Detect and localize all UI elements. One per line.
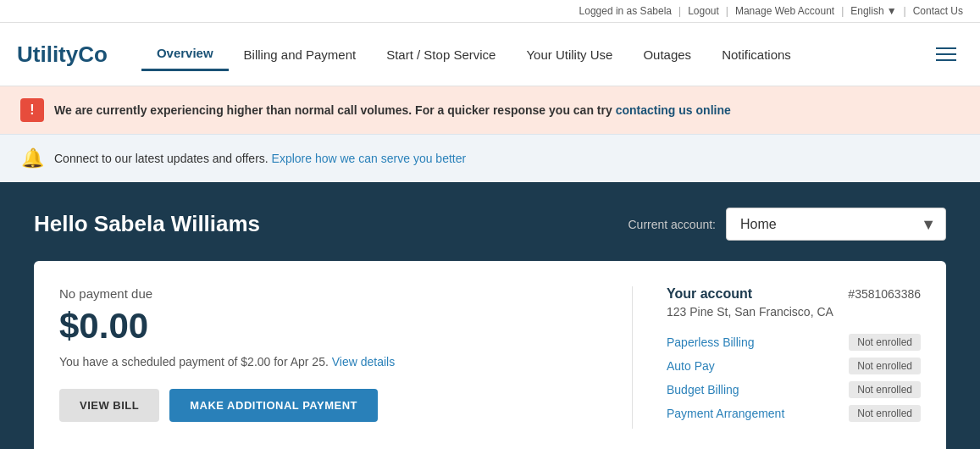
paperless-billing-link[interactable]: Paperless Billing <box>667 335 755 349</box>
hamburger-line-2 <box>936 53 956 55</box>
billing-row-paperless: Paperless Billing Not enrolled <box>667 334 921 351</box>
language-selector[interactable]: English ▼ <box>850 5 896 17</box>
no-payment-label: No payment due <box>59 286 598 301</box>
billing-row-autopay: Auto Pay Not enrolled <box>667 358 921 374</box>
billing-card: No payment due $0.00 You have a schedule… <box>34 261 946 449</box>
contacting-us-link[interactable]: contacting us online <box>616 103 731 117</box>
warning-exclamation: ! <box>30 103 34 118</box>
main-header: Hello Sabela Williams Current account: H… <box>34 208 946 241</box>
hamburger-line-1 <box>936 47 956 49</box>
nav-overview[interactable]: Overview <box>141 37 229 71</box>
account-dropdown-wrapper: Home Work ▼ <box>726 208 946 241</box>
bell-icon: 🔔 <box>20 147 44 170</box>
account-info-header: Your account #3581063386 <box>667 286 921 302</box>
budget-billing-link[interactable]: Budget Billing <box>667 383 739 396</box>
nav-notifications[interactable]: Notifications <box>706 39 806 70</box>
billing-row-budget: Budget Billing Not enrolled <box>667 381 921 398</box>
account-selector: Current account: Home Work ▼ <box>628 208 947 241</box>
payment-arrangement-status: Not enrolled <box>849 405 921 422</box>
alert-warning-banner: ! We are currently experiencing higher t… <box>0 86 980 134</box>
explore-link[interactable]: Explore how we can serve you better <box>272 152 467 165</box>
logout-link[interactable]: Logout <box>688 5 719 17</box>
billing-row-payment-arrangement: Payment Arrangement Not enrolled <box>667 405 921 422</box>
make-additional-payment-button[interactable]: MAKE ADDITIONAL PAYMENT <box>169 389 378 422</box>
language-label: English <box>850 5 883 17</box>
separator-4: | <box>904 5 906 17</box>
main-area: Hello Sabela Williams Current account: H… <box>0 182 980 449</box>
nav-links: Overview Billing and Payment Start / Sto… <box>141 37 929 71</box>
separator-1: | <box>678 5 681 17</box>
warning-icon: ! <box>20 98 44 122</box>
billing-rows: Paperless Billing Not enrolled Auto Pay … <box>667 334 921 422</box>
budget-billing-status: Not enrolled <box>849 381 921 398</box>
card-right: Your account #3581063386 123 Pine St, Sa… <box>633 286 921 429</box>
separator-3: | <box>841 5 844 17</box>
scheduled-text: You have a scheduled payment of $2.00 fo… <box>59 355 329 369</box>
auto-pay-link[interactable]: Auto Pay <box>667 359 715 373</box>
separator-2: | <box>726 5 728 17</box>
account-number: #3581063386 <box>848 287 921 301</box>
scheduled-payment-text: You have a scheduled payment of $2.00 fo… <box>59 355 598 369</box>
alert-warning-bold: We are currently experiencing higher tha… <box>54 103 612 117</box>
amount-due: $0.00 <box>59 306 598 346</box>
greeting: Hello Sabela Williams <box>34 211 260 237</box>
paperless-billing-status: Not enrolled <box>849 334 921 351</box>
action-buttons: VIEW BILL MAKE ADDITIONAL PAYMENT <box>59 389 598 422</box>
hamburger-menu[interactable] <box>929 41 963 68</box>
payment-arrangement-link[interactable]: Payment Arrangement <box>667 407 784 420</box>
alert-info-text: Connect to our latest updates and offers… <box>54 152 466 165</box>
auto-pay-status: Not enrolled <box>849 358 921 374</box>
nav-outages[interactable]: Outages <box>628 39 706 70</box>
account-address: 123 Pine St, San Francisco, CA <box>667 305 921 319</box>
hamburger-line-3 <box>936 59 956 61</box>
alert-info-banner: 🔔 Connect to our latest updates and offe… <box>0 134 980 182</box>
logo[interactable]: UtilityCo <box>17 42 108 68</box>
card-left: No payment due $0.00 You have a schedule… <box>59 286 633 429</box>
alert-warning-text: We are currently experiencing higher tha… <box>54 103 731 117</box>
alert-info-static: Connect to our latest updates and offers… <box>54 152 272 165</box>
logged-in-text: Logged in as Sabela <box>579 5 672 17</box>
top-bar: Logged in as Sabela | Logout | Manage We… <box>0 0 980 23</box>
nav-bar: UtilityCo Overview Billing and Payment S… <box>0 23 980 86</box>
nav-utility-use[interactable]: Your Utility Use <box>511 39 628 70</box>
account-title: Your account <box>667 286 752 302</box>
nav-billing[interactable]: Billing and Payment <box>229 39 372 70</box>
nav-start-stop[interactable]: Start / Stop Service <box>371 39 511 70</box>
language-chevron-icon: ▼ <box>887 5 897 17</box>
view-details-link[interactable]: View details <box>332 355 395 369</box>
account-label: Current account: <box>628 218 717 231</box>
view-bill-button[interactable]: VIEW BILL <box>59 389 159 422</box>
account-dropdown[interactable]: Home Work <box>726 208 946 241</box>
contact-us-link[interactable]: Contact Us <box>913 5 963 17</box>
manage-web-account-link[interactable]: Manage Web Account <box>735 5 834 17</box>
